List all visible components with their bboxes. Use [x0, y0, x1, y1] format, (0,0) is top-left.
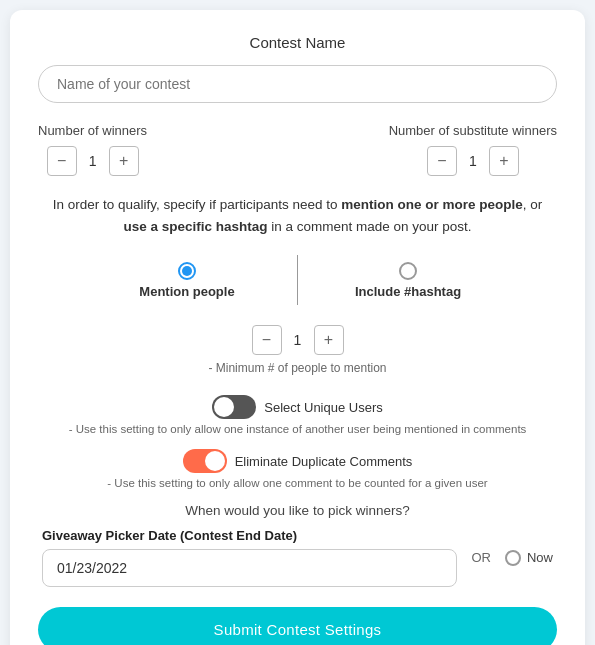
hashtag-option[interactable]: Include #hashtag	[308, 262, 508, 299]
winners-value: 1	[83, 153, 103, 169]
submit-button[interactable]: Submit Contest Settings	[38, 607, 557, 645]
unique-users-toggle-knob	[214, 397, 234, 417]
people-stepper-row: − 1 + - Minimum # of people to mention	[38, 325, 557, 375]
duplicate-comments-toggle-row: Eliminate Duplicate Comments - Use this …	[38, 449, 557, 489]
or-text: OR	[471, 550, 491, 565]
people-stepper-hint: - Minimum # of people to mention	[208, 361, 386, 375]
contest-settings-card: Contest Name Number of winners − 1 + Num…	[10, 10, 585, 645]
now-label: Now	[527, 550, 553, 565]
winners-stepper: − 1 +	[47, 146, 139, 176]
substitute-winners-label: Number of substitute winners	[389, 123, 557, 138]
winners-decrement-button[interactable]: −	[47, 146, 77, 176]
mention-option-label: Mention people	[139, 284, 234, 299]
eliminate-duplicates-hint: - Use this setting to only allow one com…	[107, 477, 487, 489]
qualify-text-part1: In order to qualify, specify if particip…	[53, 197, 342, 212]
qualify-text-part2: , or	[523, 197, 543, 212]
unique-users-toggle[interactable]	[212, 395, 256, 419]
people-decrement-button[interactable]: −	[252, 325, 282, 355]
winners-row: Number of winners − 1 + Number of substi…	[38, 123, 557, 176]
substitute-decrement-button[interactable]: −	[427, 146, 457, 176]
qualify-text: In order to qualify, specify if particip…	[38, 194, 557, 237]
date-row: Giveaway Picker Date (Contest End Date) …	[38, 528, 557, 587]
substitute-increment-button[interactable]: +	[489, 146, 519, 176]
winners-group: Number of winners − 1 +	[38, 123, 147, 176]
hashtag-radio[interactable]	[399, 262, 417, 280]
winners-label: Number of winners	[38, 123, 147, 138]
substitute-winners-stepper: − 1 +	[427, 146, 519, 176]
hashtag-option-label: Include #hashtag	[355, 284, 461, 299]
qualify-text-bold1: mention one or more people	[341, 197, 523, 212]
winners-increment-button[interactable]: +	[109, 146, 139, 176]
mention-radio[interactable]	[178, 262, 196, 280]
people-stepper-value: 1	[288, 332, 308, 348]
option-divider	[297, 255, 298, 305]
eliminate-duplicates-toggle-knob	[205, 451, 225, 471]
qualify-text-bold2: use a specific hashtag	[123, 219, 267, 234]
unique-users-label-row: Select Unique Users	[212, 395, 383, 419]
now-option[interactable]: Now	[505, 550, 553, 566]
people-stepper: − 1 +	[252, 325, 344, 355]
people-increment-button[interactable]: +	[314, 325, 344, 355]
substitute-winners-value: 1	[463, 153, 483, 169]
unique-users-toggle-row: Select Unique Users - Use this setting t…	[38, 395, 557, 435]
unique-users-hint: - Use this setting to only allow one ins…	[69, 423, 527, 435]
eliminate-duplicates-label: Eliminate Duplicate Comments	[235, 454, 413, 469]
substitute-winners-group: Number of substitute winners − 1 +	[389, 123, 557, 176]
mention-hashtag-row: Mention people Include #hashtag	[38, 255, 557, 305]
qualify-text-part3: in a comment made on your post.	[267, 219, 471, 234]
giveaway-date-input[interactable]	[42, 549, 457, 587]
duplicate-comments-label-row: Eliminate Duplicate Comments	[183, 449, 413, 473]
date-group: Giveaway Picker Date (Contest End Date)	[42, 528, 457, 587]
picker-question: When would you like to pick winners?	[38, 503, 557, 518]
eliminate-duplicates-toggle[interactable]	[183, 449, 227, 473]
date-label: Giveaway Picker Date (Contest End Date)	[42, 528, 457, 543]
now-radio[interactable]	[505, 550, 521, 566]
mention-option[interactable]: Mention people	[87, 262, 287, 299]
section-title: Contest Name	[38, 34, 557, 51]
unique-users-label: Select Unique Users	[264, 400, 383, 415]
contest-name-input[interactable]	[38, 65, 557, 103]
